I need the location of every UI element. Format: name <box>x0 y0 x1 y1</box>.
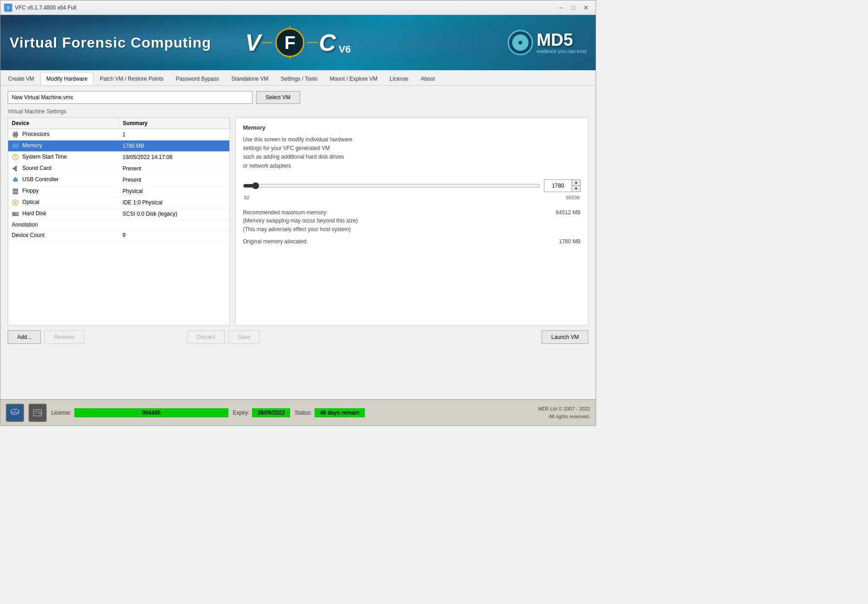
table-row[interactable]: Annotation <box>8 220 229 230</box>
table-row[interactable]: USB Controller Present <box>8 174 229 186</box>
svg-rect-5 <box>12 144 19 148</box>
memory-icon <box>12 142 19 150</box>
optical-icon <box>12 199 19 206</box>
device-cell: Optical <box>8 197 119 208</box>
svg-point-23 <box>14 411 16 411</box>
recommended-note2: (This may adversely effect your host sys… <box>243 225 581 234</box>
svg-line-11 <box>15 157 17 158</box>
md5-inner <box>512 34 529 51</box>
spinbox-down-button[interactable]: ▼ <box>572 185 580 192</box>
table-row[interactable]: Hard Disk SCSI 0:0 Disk (legacy) <box>8 208 229 220</box>
table-row[interactable]: Memory 1780 MB <box>8 140 229 152</box>
memory-value-input[interactable] <box>544 180 572 192</box>
panel-title: Memory <box>243 124 581 131</box>
table-row[interactable]: Optical IDE 1:0 Physical <box>8 197 229 208</box>
device-cell: Memory <box>8 140 119 152</box>
panel-description: Use this screen to modify individual har… <box>243 135 581 170</box>
svg-rect-17 <box>14 191 17 193</box>
original-memory-row: Original memory allocated: 1780 MB <box>243 238 581 245</box>
save-button[interactable]: Save <box>228 330 260 344</box>
banner-left: Virtual Forensic Computing <box>10 34 211 51</box>
banner-center: V F C V6 <box>245 28 351 57</box>
usb-icon <box>12 176 19 184</box>
right-panel: Memory Use this screen to modify individ… <box>235 117 588 326</box>
md5-subtitle: evidence you can trust <box>537 48 587 54</box>
vm-settings-label: Virtual Machine Settings <box>8 108 588 115</box>
recommended-row: Recommended maximum memory: 64512 MB <box>243 209 581 216</box>
discard-button[interactable]: Discard <box>187 330 225 344</box>
main-content: Select VM Virtual Machine Settings Devic… <box>0 86 596 399</box>
svg-marker-13 <box>15 165 17 172</box>
vm-path-input[interactable] <box>8 91 252 104</box>
status-icon-2[interactable] <box>29 404 47 422</box>
md5-logo: MD5 evidence you can trust <box>508 30 587 55</box>
svg-point-19 <box>15 202 16 203</box>
expiry-label: Expiry: <box>233 410 250 416</box>
days-remain-badge: 48 days remain <box>315 408 365 417</box>
summary-cell: 9 <box>119 230 229 241</box>
memory-range-max: 55536 <box>566 195 580 200</box>
device-cell: Hard Disk <box>8 208 119 220</box>
md5-text: MD5 <box>537 31 587 48</box>
table-row[interactable]: Processors 1 <box>8 129 229 140</box>
vfc-dash-left <box>262 42 273 43</box>
remove-button[interactable]: Remove <box>44 330 84 344</box>
device-cell: Floppy <box>8 186 119 197</box>
close-button[interactable]: ✕ <box>580 3 592 13</box>
summary-cell: 1 <box>119 129 229 140</box>
tab-about[interactable]: About <box>415 72 441 85</box>
app-icon: V <box>4 4 12 12</box>
floppy-icon <box>12 188 19 195</box>
launch-vm-button[interactable]: Launch VM <box>542 330 588 344</box>
select-vm-button[interactable]: Select VM <box>256 91 300 104</box>
tab-settings-tools[interactable]: Settings / Tools <box>275 72 323 85</box>
spinbox-up-button[interactable]: ▲ <box>572 180 580 186</box>
svg-point-21 <box>16 213 18 215</box>
table-row[interactable]: Device Count 9 <box>8 230 229 241</box>
device-table-wrapper: Device Summary Processors 1 <box>8 117 230 326</box>
md5-dot <box>519 41 522 44</box>
add-button[interactable]: Add... <box>8 330 41 344</box>
svg-rect-24 <box>34 410 42 416</box>
svg-rect-3 <box>14 136 15 138</box>
status-icon-1[interactable] <box>6 404 24 422</box>
drive-icon <box>32 407 43 418</box>
svg-rect-6 <box>13 143 14 144</box>
tab-mount-explore[interactable]: Mount / Explore VM <box>324 72 383 85</box>
table-row[interactable]: System Start Time 19/05/2022 14:17:08 <box>8 152 229 163</box>
table-row[interactable]: Floppy Physical <box>8 186 229 197</box>
tab-standalone-vm[interactable]: Standalone VM <box>225 72 274 85</box>
tab-modify-hardware[interactable]: Modify Hardware <box>40 72 93 85</box>
maximize-button[interactable]: □ <box>567 3 579 13</box>
status-section: Status: 48 days remain <box>295 408 364 417</box>
device-cell: Processors <box>8 129 119 140</box>
table-row[interactable]: Sound Card Present <box>8 163 229 174</box>
clock-icon <box>12 154 19 161</box>
md5-text-block: MD5 evidence you can trust <box>537 31 587 54</box>
vfc-v-letter: V <box>245 29 261 56</box>
hdd-icon <box>12 210 19 217</box>
md5-circle <box>508 30 533 55</box>
device-cell: Annotation <box>8 220 119 230</box>
svg-rect-8 <box>17 143 18 144</box>
svg-rect-7 <box>15 143 16 144</box>
status-label: Status: <box>295 410 311 416</box>
window-title: VFC v6.1.7.4800 x64 Full <box>15 5 555 11</box>
banner: Virtual Forensic Computing V F C V6 <box>0 15 596 70</box>
vfc-dash-right <box>307 42 318 43</box>
disk-icon <box>10 407 20 418</box>
memory-slider[interactable] <box>243 181 540 190</box>
minimize-button[interactable]: − <box>555 3 567 13</box>
license-label: License: <box>51 410 72 416</box>
vfc-c-letter: C <box>319 29 336 56</box>
tab-patch-restore[interactable]: Patch VM / Restore Points <box>94 72 170 85</box>
tab-password-bypass[interactable]: Password Bypass <box>170 72 225 85</box>
device-cell: USB Controller <box>8 174 119 186</box>
recommended-value: 64512 MB <box>556 209 581 216</box>
original-label: Original memory allocated: <box>243 238 308 245</box>
recommended-note1: (Memory swapping may occur beyond this s… <box>243 217 581 225</box>
memory-spinbox: ▲ ▼ <box>544 179 581 192</box>
tab-create-vm[interactable]: Create VM <box>2 72 40 85</box>
tab-license[interactable]: License <box>384 72 414 85</box>
col-device: Device <box>8 118 119 129</box>
